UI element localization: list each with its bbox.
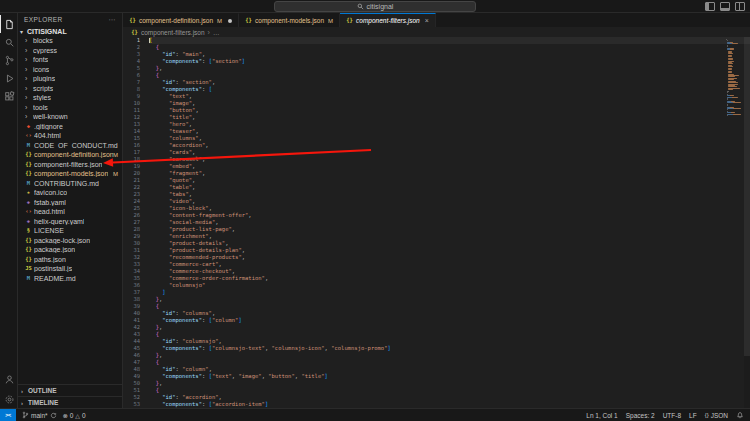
timeline-section[interactable]: › TIMELINE [18, 396, 122, 408]
tab-component-definition.json[interactable]: {}component-definition.jsonM [123, 13, 239, 27]
branch-status[interactable]: main* [22, 411, 57, 419]
tree-item-plugins[interactable]: ›plugins [18, 74, 122, 84]
tree-item-tools[interactable]: ›tools [18, 103, 122, 113]
tree-item-paths.json[interactable]: {}paths.json [18, 255, 122, 265]
line-number[interactable]: 49 [123, 373, 140, 380]
line-number[interactable]: 52 [123, 394, 140, 401]
tree-item-blocks[interactable]: ›blocks [18, 36, 122, 46]
extensions-icon[interactable] [0, 87, 17, 105]
tree-item-well-known[interactable]: ›well-known [18, 112, 122, 122]
outline-section[interactable]: › OUTLINE [18, 384, 122, 396]
code-line[interactable]: "product-details-plan", [149, 247, 750, 254]
explorer-icon[interactable] [0, 15, 17, 33]
code-line[interactable]: { [149, 72, 750, 79]
more-actions-icon[interactable]: ⋯ [109, 16, 116, 24]
line-number[interactable]: 37 [123, 289, 140, 296]
code-line[interactable]: "recommended-products", [149, 254, 750, 261]
problems-status[interactable]: ⊗ 0 △ 0 [63, 412, 86, 419]
code-line[interactable]: "id": "main", [149, 51, 750, 58]
line-number[interactable]: 24 [123, 198, 140, 205]
line-number[interactable]: 16 [123, 142, 140, 149]
tree-item-favicon.ico[interactable]: ★favicon.ico [18, 188, 122, 198]
tree-item-package-lock.json[interactable]: {}package-lock.json [18, 236, 122, 246]
code-line[interactable]: "quote", [149, 177, 750, 184]
line-number[interactable]: 14 [123, 128, 140, 135]
toggle-sidebar-icon[interactable] [705, 2, 715, 11]
line-number[interactable]: 48 [123, 366, 140, 373]
line-number[interactable]: 50 [123, 380, 140, 387]
eol-status[interactable]: LF [689, 412, 697, 419]
line-number[interactable]: 22 [123, 184, 140, 191]
tree-item-styles[interactable]: ›styles [18, 93, 122, 103]
encoding-status[interactable]: UTF-8 [663, 412, 681, 419]
code-content[interactable]: [ { "id": "main", "components": ["sectio… [144, 37, 750, 408]
source-control-icon[interactable] [0, 51, 17, 69]
line-number[interactable]: 32 [123, 254, 140, 261]
code-line[interactable]: "id": "section", [149, 79, 750, 86]
code-line[interactable]: "components": ["section"] [149, 58, 750, 65]
settings-gear-icon[interactable] [0, 390, 17, 408]
line-number[interactable]: 47 [123, 359, 140, 366]
accounts-icon[interactable] [0, 370, 17, 388]
code-line[interactable]: "enrichment", [149, 233, 750, 240]
breadcrumb[interactable]: {} component-filters.json › … [123, 27, 750, 37]
code-line[interactable]: { [149, 331, 750, 338]
code-line[interactable]: { [149, 359, 750, 366]
code-line[interactable]: "tabs", [149, 191, 750, 198]
code-line[interactable]: "table", [149, 184, 750, 191]
line-number[interactable]: 25 [123, 205, 140, 212]
code-line[interactable]: "commerce-checkout", [149, 268, 750, 275]
toggle-panel-icon[interactable] [720, 2, 730, 11]
code-line[interactable]: "fragment", [149, 170, 750, 177]
scrollbar-slider[interactable] [744, 37, 750, 356]
close-icon[interactable]: × [425, 17, 429, 24]
code-line[interactable]: }, [149, 65, 750, 72]
line-number[interactable]: 35 [123, 275, 140, 282]
code-line[interactable]: "content-fragment-offer", [149, 212, 750, 219]
code-line[interactable]: "product-details", [149, 240, 750, 247]
breadcrumb-file[interactable]: component-filters.json [141, 29, 205, 36]
code-line[interactable]: "id": "columnsjo", [149, 338, 750, 345]
code-line[interactable]: "components": [ [149, 86, 750, 93]
tree-item-postinstall.js[interactable]: JSpostinstall.js [18, 264, 122, 274]
code-line[interactable]: "title", [149, 114, 750, 121]
line-number[interactable]: 6 [123, 72, 140, 79]
line-number[interactable]: 45 [123, 345, 140, 352]
code-line[interactable]: "commerce-order-confirmation", [149, 275, 750, 282]
tree-item-CODE_OF_CONDUCT.md[interactable]: MCODE_OF_CONDUCT.md [18, 141, 122, 151]
tree-item-404.html[interactable]: ‹›404.html [18, 131, 122, 141]
tree-item-scripts[interactable]: ›scripts [18, 84, 122, 94]
code-line[interactable]: "id": "accordion", [149, 394, 750, 401]
command-center-search[interactable]: citisignal [274, 1, 476, 12]
tree-item-LICENSE[interactable]: §LICENSE [18, 226, 122, 236]
code-line[interactable]: { [149, 303, 750, 310]
code-line[interactable]: }, [149, 380, 750, 387]
tree-item-package.json[interactable]: {}package.json [18, 245, 122, 255]
line-number[interactable]: 12 [123, 114, 140, 121]
tree-item-CONTRIBUTING.md[interactable]: MCONTRIBUTING.md [18, 179, 122, 189]
line-number[interactable]: 3 [123, 51, 140, 58]
line-number[interactable]: 18 [123, 156, 140, 163]
tree-item-helix-query.yaml[interactable]: ◈helix-query.yaml [18, 217, 122, 227]
code-line[interactable]: "cards", [149, 149, 750, 156]
line-number[interactable]: 8 [123, 86, 140, 93]
tab-component-models.json[interactable]: {}component-models.jsonM [239, 13, 340, 27]
line-number[interactable]: 11 [123, 107, 140, 114]
code-line[interactable]: "components": ["column"] [149, 317, 750, 324]
remote-indicator[interactable]: >< [0, 409, 16, 421]
tree-item-head.html[interactable]: ‹›head.html [18, 207, 122, 217]
run-debug-icon[interactable] [0, 69, 17, 87]
code-line[interactable]: "icon-block", [149, 205, 750, 212]
tree-item-component-models.json[interactable]: {}component-models.jsonM [18, 169, 122, 179]
line-number[interactable]: 20 [123, 170, 140, 177]
code-line[interactable]: "components": ["accordion-item"] [149, 401, 750, 408]
search-sidebar-icon[interactable] [0, 33, 17, 51]
code-line[interactable]: "components": ["text", "image", "button"… [149, 373, 750, 380]
code-line[interactable]: "image", [149, 100, 750, 107]
line-number[interactable]: 19 [123, 163, 140, 170]
line-number[interactable]: 30 [123, 240, 140, 247]
line-number[interactable]: 36 [123, 282, 140, 289]
code-line[interactable]: "video", [149, 198, 750, 205]
line-number[interactable]: 40 [123, 310, 140, 317]
line-number[interactable]: 39 [123, 303, 140, 310]
